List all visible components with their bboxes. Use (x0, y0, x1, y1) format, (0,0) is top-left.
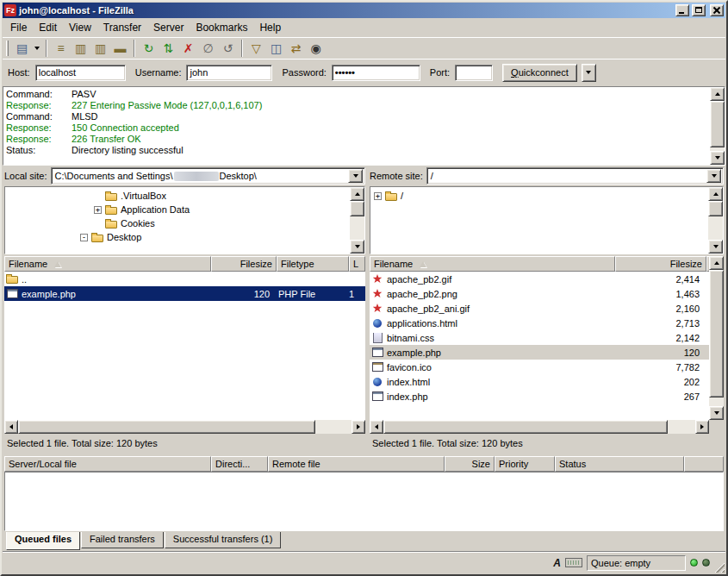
column-header-size[interactable]: Size (445, 456, 495, 472)
reconnect-button[interactable]: ↺ (218, 39, 238, 58)
expander-icon[interactable]: + (94, 206, 102, 214)
menu-bookmarks[interactable]: Bookmarks (190, 20, 253, 35)
close-button[interactable] (710, 4, 724, 16)
scrollbar-thumb[interactable] (710, 101, 725, 147)
toggle-remote-tree-button[interactable]: ▥ (90, 39, 110, 58)
remote-file-row[interactable]: index.php 267 (370, 389, 709, 404)
menu-file[interactable]: File (4, 20, 33, 35)
local-tree-scrollbar[interactable] (350, 187, 364, 254)
scroll-down-button[interactable] (350, 240, 364, 254)
refresh-button[interactable]: ↻ (139, 39, 159, 58)
remote-file-row[interactable]: apache_pb2.png 1,463 (370, 286, 709, 301)
scroll-left-button[interactable] (370, 420, 383, 434)
scroll-down-button[interactable] (710, 151, 725, 165)
remote-horizontal-scrollbar[interactable] (370, 420, 709, 434)
remote-file-row[interactable]: bitnami.css 2,142 (370, 330, 709, 345)
column-header-filename[interactable]: Filename (4, 256, 211, 272)
tree-item[interactable]: .VirtualBox (94, 189, 350, 203)
scrollbar-track[interactable] (709, 398, 724, 406)
scroll-up-button[interactable] (708, 187, 723, 201)
remote-file-row[interactable]: index.html 202 (370, 374, 709, 389)
column-header-direction[interactable]: Directi... (211, 456, 268, 472)
quickconnect-dropdown-button[interactable] (582, 64, 596, 82)
column-header-remote-file[interactable]: Remote file (268, 456, 445, 472)
tree-item[interactable]: +/ (374, 189, 708, 203)
remote-tree-scrollbar[interactable] (708, 187, 723, 254)
column-header-status[interactable]: Status (555, 456, 684, 472)
username-input[interactable] (186, 65, 272, 81)
tab-queued-files[interactable]: Queued files (6, 532, 80, 550)
menu-view[interactable]: View (63, 20, 97, 35)
toggle-message-log-button[interactable]: ≡ (51, 39, 71, 58)
toggle-queue-button[interactable]: ▬ (110, 39, 130, 58)
remote-site-combobox[interactable]: / (426, 167, 724, 185)
tree-item[interactable]: +Application Data (94, 203, 350, 216)
column-header-lastmodified[interactable]: L (349, 256, 365, 272)
scrollbar-thumb[interactable] (708, 201, 723, 216)
scrollbar-thumb[interactable] (18, 420, 315, 434)
tree-item[interactable]: Cookies (94, 216, 350, 230)
scrollbar-track[interactable] (315, 420, 352, 434)
expander-icon[interactable]: - (80, 234, 88, 241)
local-site-combobox[interactable]: C:\Documents and Settings\Desktop\ (51, 167, 365, 185)
remote-file-row[interactable]: applications.html 2,713 (370, 316, 709, 330)
tab-successful-transfers[interactable]: Successful transfers (1) (165, 532, 282, 548)
tree-item[interactable]: -Desktop (80, 230, 350, 244)
scrollbar-thumb[interactable] (383, 420, 668, 434)
local-file-row[interactable]: example.php 120 PHP File 1 (4, 286, 365, 301)
combobox-dropdown-button[interactable] (706, 169, 721, 183)
column-header-server-local-file[interactable]: Server/Local file (4, 456, 211, 472)
column-header-filename[interactable]: Filename (370, 256, 615, 272)
scrollbar-thumb[interactable] (350, 201, 364, 216)
find-button[interactable]: ◉ (306, 39, 326, 58)
maximize-button[interactable] (692, 4, 706, 16)
column-header-filesize[interactable]: Filesize (211, 256, 277, 272)
minimize-button[interactable] (675, 4, 689, 16)
column-header-filetype[interactable]: Filetype (277, 256, 349, 272)
scrollbar-track[interactable] (668, 420, 695, 434)
remote-file-row[interactable]: apache_pb2_ani.gif 2,160 (370, 301, 709, 316)
site-manager-dropdown-button[interactable] (32, 39, 42, 58)
menu-edit[interactable]: Edit (33, 20, 63, 35)
tab-failed-transfers[interactable]: Failed transfers (81, 532, 164, 548)
combobox-dropdown-button[interactable] (348, 169, 363, 183)
scrollbar-thumb[interactable] (709, 270, 724, 398)
scroll-down-button[interactable] (708, 240, 723, 254)
titlebar[interactable]: Fz john@localhost - FileZilla (3, 3, 725, 18)
cancel-button[interactable]: ✗ (178, 39, 198, 58)
local-horizontal-scrollbar[interactable] (4, 420, 365, 434)
scroll-right-button[interactable] (695, 420, 709, 434)
scroll-up-button[interactable] (710, 87, 725, 101)
remote-file-row[interactable]: example.php 120 (370, 345, 709, 360)
scroll-left-button[interactable] (4, 420, 18, 434)
remote-file-row[interactable]: favicon.ico 7,782 (370, 360, 709, 374)
toggle-local-tree-button[interactable]: ▥ (71, 39, 90, 58)
scrollbar-track[interactable] (350, 216, 364, 240)
port-input[interactable] (455, 65, 493, 81)
site-manager-button[interactable]: ▤ (12, 39, 32, 58)
scroll-down-button[interactable] (709, 406, 724, 420)
column-header-priority[interactable]: Priority (495, 456, 555, 472)
quickconnect-button[interactable]: Quickconnect (502, 64, 577, 82)
password-input[interactable] (332, 65, 420, 81)
column-header-filesize[interactable]: Filesize (615, 256, 706, 272)
log-scrollbar[interactable] (710, 87, 725, 165)
remote-file-row[interactable]: apache_pb2.gif 2,414 (370, 272, 709, 286)
scrollbar-track[interactable] (708, 216, 723, 240)
scroll-right-button[interactable] (352, 420, 365, 434)
expander-icon[interactable]: + (374, 192, 382, 200)
sync-browsing-button[interactable]: ⇄ (286, 39, 306, 58)
menu-help[interactable]: Help (253, 20, 287, 35)
resize-grip[interactable] (713, 561, 725, 573)
filter-button[interactable]: ▽ (246, 39, 266, 58)
menu-transfer[interactable]: Transfer (97, 20, 147, 35)
local-file-row[interactable]: .. (4, 272, 365, 286)
remote-list-scrollbar[interactable] (709, 256, 724, 420)
menu-server[interactable]: Server (147, 20, 190, 35)
process-queue-button[interactable]: ⇅ (159, 39, 178, 58)
scroll-up-button[interactable] (709, 256, 724, 270)
compare-button[interactable]: ◫ (266, 39, 286, 58)
scroll-up-button[interactable] (350, 187, 364, 201)
disconnect-button[interactable]: ∅ (198, 39, 218, 58)
host-input[interactable] (35, 65, 126, 81)
